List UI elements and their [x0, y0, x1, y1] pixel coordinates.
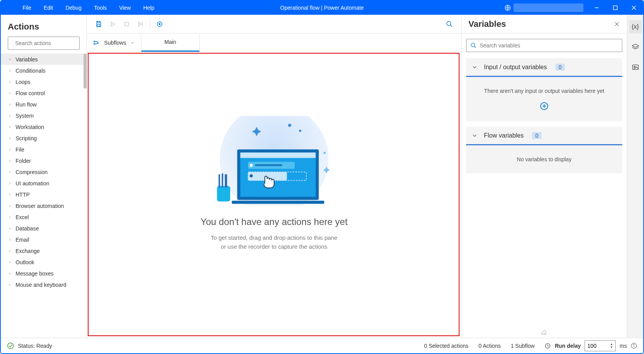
chevron-right-icon: ›	[9, 57, 12, 61]
variables-panel: Variables Input / output variables 0 The…	[461, 15, 627, 338]
add-io-variable-button[interactable]	[540, 102, 548, 110]
subflows-dropdown[interactable]: Subflows	[87, 33, 141, 52]
action-label: UI automation	[16, 180, 49, 187]
run-button[interactable]	[106, 17, 120, 31]
maximize-button[interactable]	[606, 1, 625, 15]
designer-canvas[interactable]: You don't have any actions here yet To g…	[87, 52, 461, 338]
minimize-button[interactable]	[587, 1, 606, 15]
chevron-right-icon: ›	[9, 283, 12, 287]
action-category[interactable]: ›File	[1, 144, 87, 155]
chevron-right-icon: ›	[9, 80, 12, 84]
titlebar: File Edit Debug Tools View Help Operatio…	[1, 1, 643, 15]
svg-rect-22	[240, 153, 315, 158]
close-icon	[614, 21, 620, 27]
action-category[interactable]: ›Email	[1, 234, 87, 245]
svg-point-36	[323, 152, 325, 154]
action-label: File	[16, 146, 24, 153]
plus-circle-icon	[540, 102, 548, 110]
actions-panel: Actions ›Variables ›Conditionals ›Loops …	[1, 15, 87, 338]
chevron-right-icon: ›	[9, 192, 12, 197]
tabs-row: Subflows Main	[87, 33, 461, 52]
step-button[interactable]	[134, 17, 148, 31]
action-category[interactable]: ›Workstation	[1, 121, 87, 133]
action-label: Workstation	[16, 124, 44, 130]
svg-point-17	[94, 41, 95, 42]
menu-debug[interactable]: Debug	[59, 2, 88, 13]
action-label: System	[16, 113, 34, 119]
chevron-right-icon: ›	[9, 249, 12, 253]
environment-badge[interactable]	[513, 3, 583, 12]
run-delay-label: Run delay	[555, 343, 581, 349]
chevron-right-icon: ›	[9, 113, 12, 118]
scrollbar-thumb[interactable]	[84, 54, 87, 89]
action-category[interactable]: ›Conditionals	[1, 65, 87, 76]
variables-search-input[interactable]	[480, 42, 618, 49]
action-label: Browser automation	[16, 203, 64, 209]
action-label: HTTP	[16, 192, 30, 198]
clear-button[interactable]	[461, 326, 627, 338]
action-category[interactable]: ›Excel	[1, 211, 87, 223]
empty-illustration	[210, 116, 338, 206]
action-category[interactable]: ›Folder	[1, 155, 87, 166]
spinner-buttons[interactable]: ▲▼	[610, 343, 613, 349]
io-variables-count: 0	[555, 64, 565, 71]
rail-variables-button[interactable]: {x}	[629, 20, 642, 33]
info-icon[interactable]	[631, 343, 637, 349]
search-flow-button[interactable]	[442, 17, 456, 31]
action-category[interactable]: ›UI automation	[1, 178, 87, 189]
io-variables-header[interactable]: Input / output variables 0	[466, 58, 622, 77]
close-panel-button[interactable]	[614, 21, 620, 27]
action-category[interactable]: ›Mouse and keyboard	[1, 279, 87, 290]
chevron-down-icon	[472, 64, 478, 70]
close-button[interactable]	[625, 1, 643, 15]
menu-help[interactable]: Help	[137, 2, 161, 13]
action-label: Flow control	[16, 90, 45, 96]
clock-icon	[545, 343, 551, 349]
menu-edit[interactable]: Edit	[38, 2, 59, 13]
action-label: Scripting	[16, 135, 37, 141]
action-category[interactable]: ›Run flow	[1, 99, 87, 110]
designer-area: Subflows Main	[87, 15, 461, 338]
action-label: Excel	[16, 214, 29, 220]
svg-rect-2	[613, 6, 617, 10]
rail-images-button[interactable]	[629, 61, 642, 74]
rail-ui-elements-button[interactable]	[629, 40, 642, 54]
stop-button[interactable]	[120, 17, 134, 31]
actions-search-input[interactable]	[15, 40, 83, 46]
svg-rect-33	[225, 174, 227, 188]
save-button[interactable]	[92, 17, 106, 31]
flow-variables-header[interactable]: Flow variables 0	[466, 127, 622, 145]
chevron-right-icon: ›	[9, 204, 12, 208]
run-delay-input[interactable]	[587, 343, 606, 349]
svg-point-47	[634, 66, 635, 68]
action-label: Message boxes	[16, 270, 54, 277]
menu-view[interactable]: View	[113, 2, 137, 13]
action-category[interactable]: ›Database	[1, 223, 87, 234]
menu-tools[interactable]: Tools	[88, 2, 113, 13]
record-button[interactable]	[153, 17, 167, 31]
action-category[interactable]: ›Variables	[1, 54, 87, 65]
action-category[interactable]: ›Browser automation	[1, 200, 87, 211]
variables-search[interactable]	[466, 39, 622, 52]
action-category[interactable]: ›Loops	[1, 76, 87, 87]
window-title: Operational flow | Power Automate	[280, 5, 364, 11]
empty-subtext: To get started, drag and drop actions to…	[200, 234, 348, 251]
action-category[interactable]: ›Flow control	[1, 87, 87, 99]
flow-variables-section: Flow variables 0 No variables to display	[466, 127, 622, 173]
action-category[interactable]: ›Scripting	[1, 133, 87, 144]
action-category[interactable]: ›Compression	[1, 166, 87, 178]
tab-main[interactable]: Main	[141, 33, 200, 52]
run-delay-input-wrap[interactable]: ▲▼	[585, 340, 616, 351]
search-icon	[470, 42, 477, 49]
menu-file[interactable]: File	[16, 2, 38, 13]
svg-point-48	[8, 343, 14, 349]
action-category[interactable]: ›Message boxes	[1, 268, 87, 279]
action-category[interactable]: ›Outlook	[1, 256, 87, 268]
chevron-right-icon: ›	[9, 215, 12, 219]
actions-search[interactable]	[8, 37, 80, 50]
action-category[interactable]: ›System	[1, 110, 87, 121]
svg-rect-26	[255, 164, 282, 166]
braces-icon: {x}	[632, 23, 639, 30]
action-category[interactable]: ›Exchange	[1, 245, 87, 256]
action-category[interactable]: ›HTTP	[1, 189, 87, 200]
